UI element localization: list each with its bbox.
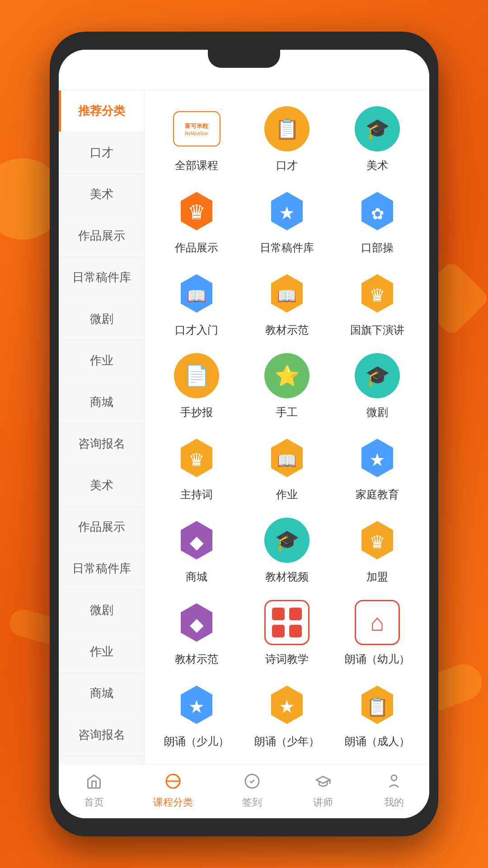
grid-item-label-craft: 手工 [276, 405, 298, 420]
sidebar-item-speech[interactable]: 口才 [59, 132, 144, 174]
grid-item-recite-baby[interactable]: ⌂ 朗诵（幼儿） [334, 598, 420, 666]
sidebar-item-drama[interactable]: 微剧 [59, 298, 144, 340]
grid-item-label-join: 加盟 [366, 570, 388, 584]
icon-recite-child: ★ [172, 680, 221, 730]
sidebar-item-consult2[interactable]: 咨询报名 [59, 714, 144, 756]
nav-item-checkin[interactable]: 签到 [240, 769, 264, 809]
icon-mouth: ✿ [352, 186, 402, 236]
grid-item-all-courses[interactable]: 富可米粒 ReMiceSon 全部课程 [154, 104, 239, 173]
svg-text:◆: ◆ [190, 614, 204, 634]
sidebar: 推荐分类口才美术作品展示日常稿件库微剧作业商城咨询报名美术作品展示日常稿件库微剧… [59, 90, 145, 764]
sidebar-item-homework[interactable]: 作业 [59, 340, 144, 382]
sidebar-item-shop2[interactable]: 商城 [59, 673, 144, 714]
nav-icon-mine [382, 769, 406, 793]
grid-item-label-shop: 商城 [186, 570, 207, 584]
svg-text:★: ★ [279, 697, 295, 717]
icon-flag: ♛ [352, 269, 402, 318]
nav-icon-courses [161, 769, 185, 793]
sidebar-item-consult[interactable]: 咨询报名 [59, 423, 144, 465]
sidebar-item-daily2[interactable]: 日常稿件库 [59, 548, 144, 590]
category-grid: 富可米粒 ReMiceSon 全部课程📋口才🎓美术♛作品展示★日常稿件库✿口部操… [154, 104, 420, 749]
nav-item-home[interactable]: 首页 [82, 769, 106, 809]
grid-item-label-family-edu: 家庭教育 [356, 487, 399, 502]
sidebar-item-art2[interactable]: 美术 [59, 465, 144, 506]
svg-point-32 [391, 775, 397, 780]
sidebar-item-art[interactable]: 美术 [59, 174, 144, 215]
bottom-nav: 首页课程分类签到讲师我的 [59, 764, 429, 818]
grid-item-homework[interactable]: 📖作业 [244, 433, 330, 502]
phone-screen: 推荐分类口才美术作品展示日常稿件库微剧作业商城咨询报名美术作品展示日常稿件库微剧… [59, 50, 429, 818]
grid-item-recite-teen[interactable]: ★朗诵（少年） [244, 680, 330, 749]
sidebar-item-recommended[interactable]: 推荐分类 [59, 90, 144, 132]
nav-item-teacher[interactable]: 讲师 [311, 769, 335, 809]
grid-item-craft[interactable]: ⭐手工 [244, 351, 330, 420]
grid-item-label-art: 美术 [366, 158, 388, 173]
grid-item-label-flag: 国旗下演讲 [350, 323, 404, 337]
grid-item-flag[interactable]: ♛国旗下演讲 [334, 269, 420, 337]
grid-item-mini-drama[interactable]: 🎓微剧 [334, 351, 420, 420]
grid-item-speech[interactable]: 📋口才 [244, 104, 330, 173]
grid-item-textbook-demo2[interactable]: ◆教材示范 [154, 598, 239, 666]
main-content: 富可米粒 ReMiceSon 全部课程📋口才🎓美术♛作品展示★日常稿件库✿口部操… [145, 90, 429, 764]
grid-item-label-textbook-video: 教材视频 [265, 570, 309, 584]
svg-text:📖: 📖 [277, 451, 297, 470]
sidebar-item-homework2[interactable]: 作业 [59, 631, 144, 673]
svg-text:★: ★ [369, 450, 385, 470]
icon-daily: ★ [262, 186, 312, 236]
grid-item-host[interactable]: ♛主持词 [154, 433, 239, 502]
grid-item-daily[interactable]: ★日常稿件库 [244, 186, 330, 255]
icon-speech-entry: 📖 [172, 269, 221, 318]
svg-text:📖: 📖 [277, 287, 297, 306]
icon-textbook-demo2: ◆ [172, 598, 221, 647]
icon-mini-drama: 🎓 [352, 351, 402, 401]
icon-textbook-video: 🎓 [262, 515, 312, 565]
sidebar-item-about[interactable]: 关于我们 [59, 756, 144, 764]
grid-item-poetry[interactable]: 诗词教学 [244, 598, 330, 666]
grid-item-textbook-video[interactable]: 🎓教材视频 [244, 515, 330, 584]
icon-craft: ⭐ [262, 351, 312, 401]
grid-item-works[interactable]: ♛作品展示 [154, 186, 239, 255]
icon-poetry [262, 598, 312, 647]
svg-text:📖: 📖 [187, 287, 206, 306]
icon-recite-baby: ⌂ [352, 598, 402, 647]
grid-item-label-homework: 作业 [276, 487, 298, 502]
icon-host: ♛ [172, 433, 221, 483]
icon-art: 🎓 [352, 104, 402, 154]
svg-text:♛: ♛ [369, 285, 385, 305]
nav-label-teacher: 讲师 [313, 796, 333, 809]
nav-item-courses[interactable]: 课程分类 [153, 769, 193, 809]
grid-item-label-host: 主持词 [180, 487, 213, 502]
grid-item-label-poetry: 诗词教学 [265, 652, 309, 666]
nav-label-courses: 课程分类 [153, 796, 193, 809]
sidebar-item-daily[interactable]: 日常稿件库 [59, 257, 144, 298]
sidebar-item-works[interactable]: 作品展示 [59, 215, 144, 257]
icon-works: ♛ [172, 186, 221, 236]
grid-item-speech-entry[interactable]: 📖口才入门 [154, 269, 239, 337]
grid-item-textbook-demo[interactable]: 📖教材示范 [244, 269, 330, 337]
sidebar-item-shop[interactable]: 商城 [59, 382, 144, 423]
grid-item-recite-child[interactable]: ★朗诵（少儿） [154, 680, 239, 749]
grid-item-label-mini-drama: 微剧 [366, 405, 388, 420]
grid-item-handcopy[interactable]: 📄手抄报 [154, 351, 239, 420]
grid-item-recite-adult[interactable]: 📋朗诵（成人） [334, 680, 420, 749]
icon-handcopy: 📄 [172, 351, 221, 401]
icon-family-edu: ★ [352, 433, 402, 483]
sidebar-item-works2[interactable]: 作品展示 [59, 506, 144, 548]
nav-icon-home [82, 769, 106, 793]
nav-icon-teacher [311, 769, 335, 793]
grid-item-label-all-courses: 全部课程 [175, 158, 218, 173]
grid-item-join[interactable]: ♛加盟 [334, 515, 420, 584]
grid-item-family-edu[interactable]: ★家庭教育 [334, 433, 420, 502]
icon-textbook-demo: 📖 [262, 269, 312, 318]
grid-item-shop[interactable]: ◆商城 [154, 515, 239, 584]
grid-item-art[interactable]: 🎓美术 [334, 104, 420, 173]
svg-text:♛: ♛ [188, 201, 206, 224]
icon-recite-teen: ★ [262, 680, 312, 730]
notch [208, 50, 280, 68]
svg-text:◆: ◆ [190, 532, 204, 552]
grid-item-mouth[interactable]: ✿口部操 [334, 186, 420, 255]
svg-text:★: ★ [188, 697, 205, 717]
nav-item-mine[interactable]: 我的 [382, 769, 406, 809]
grid-item-label-works: 作品展示 [175, 241, 218, 255]
sidebar-item-drama2[interactable]: 微剧 [59, 590, 144, 631]
